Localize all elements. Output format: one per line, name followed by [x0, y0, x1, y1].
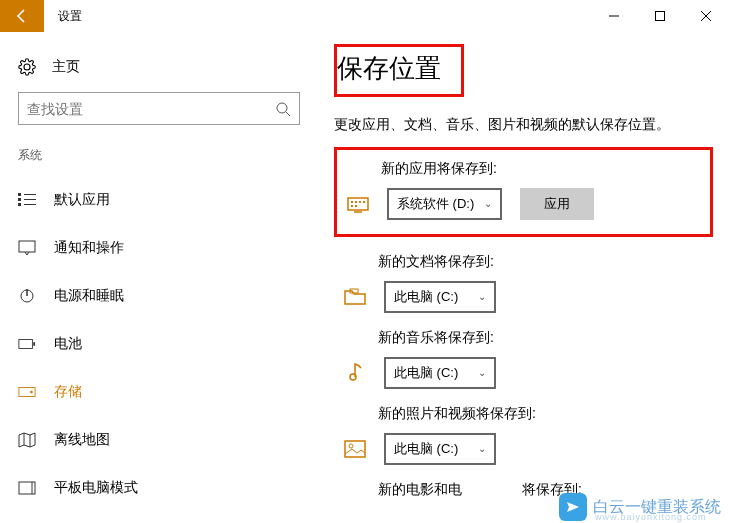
titlebar: 设置 — [0, 0, 729, 32]
apply-button[interactable]: 应用 — [520, 188, 594, 220]
documents-location-dropdown[interactable]: 此电脑 (C:) ⌄ — [384, 281, 496, 313]
svg-rect-9 — [24, 194, 36, 195]
storage-icon — [18, 386, 36, 398]
setting-label-apps: 新的应用将保存到: — [381, 160, 700, 178]
svg-rect-32 — [345, 441, 365, 457]
sidebar-home-label: 主页 — [52, 58, 80, 76]
close-button[interactable] — [683, 0, 729, 32]
setting-row-documents: 新的文档将保存到: 此电脑 (C:) ⌄ — [334, 253, 713, 313]
dropdown-value: 此电脑 (C:) — [394, 288, 458, 306]
svg-point-4 — [277, 103, 287, 113]
watermark: 白云一键重装系统 www.baiyunxitong.com — [559, 493, 721, 521]
sidebar-item-label: 平板电脑模式 — [54, 479, 138, 497]
watermark-url: www.baiyunxitong.com — [595, 512, 707, 522]
photos-location-dropdown[interactable]: 此电脑 (C:) ⌄ — [384, 433, 496, 465]
svg-line-5 — [286, 112, 290, 116]
sidebar-item-label: 存储 — [54, 383, 82, 401]
default-apps-icon — [18, 193, 36, 207]
dropdown-value: 此电脑 (C:) — [394, 440, 458, 458]
photos-icon — [344, 438, 366, 460]
sidebar-item-label: 离线地图 — [54, 431, 110, 449]
chevron-down-icon: ⌄ — [478, 367, 486, 378]
chevron-down-icon: ⌄ — [478, 291, 486, 302]
setting-label-photos: 新的照片和视频将保存到: — [378, 405, 703, 423]
gear-icon — [18, 58, 36, 76]
tablet-icon — [18, 481, 36, 495]
sidebar-item-offline-maps[interactable]: 离线地图 — [0, 416, 318, 464]
apps-icon — [347, 193, 369, 215]
setting-row-music: 新的音乐将保存到: 此电脑 (C:) ⌄ — [334, 329, 713, 389]
sidebar-item-power-sleep[interactable]: 电源和睡眠 — [0, 272, 318, 320]
back-button[interactable] — [0, 0, 44, 32]
svg-rect-30 — [355, 205, 357, 207]
setting-label-music: 新的音乐将保存到: — [378, 329, 703, 347]
svg-rect-23 — [348, 198, 368, 210]
svg-rect-21 — [19, 482, 35, 494]
watermark-logo-icon — [559, 493, 587, 521]
sidebar-item-label: 默认应用 — [54, 191, 110, 209]
svg-rect-10 — [24, 199, 36, 200]
maximize-button[interactable] — [637, 0, 683, 32]
page-title-highlight: 保存位置 — [334, 44, 464, 97]
music-icon — [344, 362, 366, 384]
apps-location-dropdown[interactable]: 系统软件 (D:) ⌄ — [387, 188, 502, 220]
sidebar-item-battery[interactable]: 电池 — [0, 320, 318, 368]
svg-rect-15 — [19, 340, 33, 349]
search-input[interactable] — [27, 101, 275, 117]
svg-rect-12 — [19, 241, 35, 252]
page-title: 保存位置 — [337, 51, 441, 86]
svg-rect-25 — [351, 201, 353, 203]
svg-rect-1 — [656, 12, 665, 21]
svg-rect-11 — [24, 204, 36, 205]
svg-rect-7 — [18, 198, 21, 201]
page-description: 更改应用、文档、音乐、图片和视频的默认保存位置。 — [334, 115, 713, 135]
sidebar-item-label: 电源和睡眠 — [54, 287, 124, 305]
svg-rect-8 — [18, 203, 21, 206]
sidebar-item-storage[interactable]: 存储 — [0, 368, 318, 416]
search-box[interactable] — [18, 92, 300, 125]
sidebar-section-label: 系统 — [0, 147, 318, 176]
svg-rect-6 — [18, 193, 21, 196]
documents-icon — [344, 286, 366, 308]
sidebar-item-default-apps[interactable]: 默认应用 — [0, 176, 318, 224]
sidebar-item-tablet-mode[interactable]: 平板电脑模式 — [0, 464, 318, 512]
svg-rect-29 — [351, 205, 353, 207]
music-location-dropdown[interactable]: 此电脑 (C:) ⌄ — [384, 357, 496, 389]
svg-point-33 — [349, 444, 353, 448]
sidebar: 主页 系统 默认应用 通知和操作 电源和睡眠 电池 存储 — [0, 32, 318, 523]
svg-rect-28 — [363, 201, 365, 203]
sidebar-home[interactable]: 主页 — [0, 50, 318, 92]
minimize-button[interactable] — [591, 0, 637, 32]
dropdown-value: 系统软件 (D:) — [397, 195, 474, 213]
svg-rect-16 — [33, 342, 35, 346]
battery-icon — [18, 338, 36, 350]
map-icon — [18, 432, 36, 448]
sidebar-item-label: 通知和操作 — [54, 239, 124, 257]
chevron-down-icon: ⌄ — [478, 443, 486, 454]
svg-rect-27 — [359, 201, 361, 203]
setting-label-documents: 新的文档将保存到: — [378, 253, 703, 271]
power-icon — [18, 288, 36, 304]
dropdown-value: 此电脑 (C:) — [394, 364, 458, 382]
svg-rect-26 — [355, 201, 357, 203]
setting-row-photos: 新的照片和视频将保存到: 此电脑 (C:) ⌄ — [334, 405, 713, 465]
chevron-down-icon: ⌄ — [484, 198, 492, 209]
notifications-icon — [18, 240, 36, 256]
search-icon — [275, 101, 291, 117]
arrow-left-icon — [14, 8, 30, 24]
main-content: 保存位置 更改应用、文档、音乐、图片和视频的默认保存位置。 新的应用将保存到: … — [318, 32, 729, 523]
highlighted-setting-block: 新的应用将保存到: 系统软件 (D:) ⌄ 应用 — [334, 147, 713, 237]
window-controls — [591, 0, 729, 32]
sidebar-item-notifications[interactable]: 通知和操作 — [0, 224, 318, 272]
svg-point-18 — [30, 391, 33, 394]
window-title: 设置 — [44, 8, 82, 25]
sidebar-item-label: 电池 — [54, 335, 82, 353]
